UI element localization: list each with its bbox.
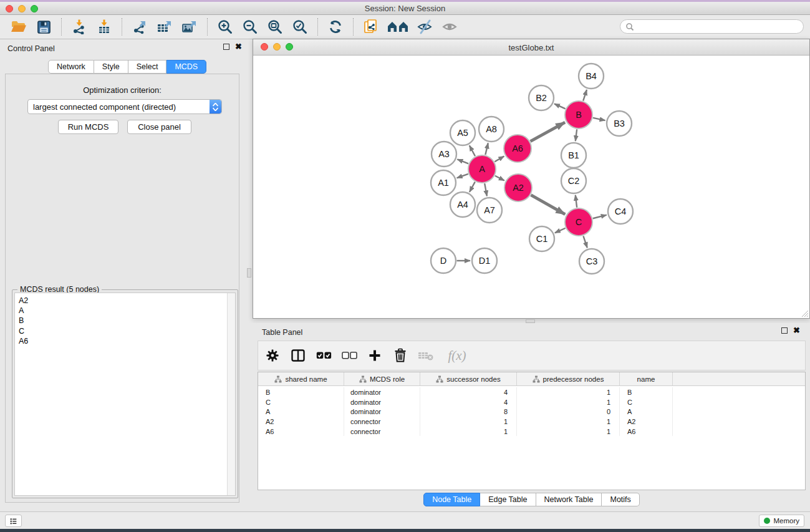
table-cell[interactable]: connector bbox=[344, 427, 420, 437]
select-all-icon[interactable] bbox=[316, 347, 332, 364]
table-settings-gear-icon[interactable] bbox=[264, 347, 281, 364]
table-cell[interactable]: 1 bbox=[517, 417, 620, 427]
network-canvas[interactable]: B4B2BB3A8A5A6A3B1AC2A1A2A4A7C4CC1C3DD1 bbox=[254, 56, 809, 318]
show-columns-icon[interactable] bbox=[290, 347, 306, 364]
list-scrollbar[interactable] bbox=[227, 293, 235, 495]
column-header-predecessor-nodes[interactable]: predecessor nodes bbox=[517, 372, 620, 385]
table-cell[interactable]: C bbox=[258, 397, 344, 407]
graph-edge[interactable] bbox=[531, 122, 566, 142]
zoom-out-icon[interactable] bbox=[238, 17, 263, 37]
tab-style[interactable]: Style bbox=[94, 60, 128, 74]
export-network-icon[interactable] bbox=[127, 17, 152, 37]
table-cell[interactable]: C bbox=[620, 397, 673, 407]
graph-edge[interactable] bbox=[470, 182, 475, 192]
save-session-icon[interactable] bbox=[31, 17, 56, 37]
refresh-icon[interactable] bbox=[323, 17, 348, 37]
graph-edge[interactable] bbox=[494, 157, 504, 162]
table-row[interactable]: Cdominator41C bbox=[258, 397, 805, 407]
graph-edge[interactable] bbox=[495, 176, 504, 181]
graph-edge[interactable] bbox=[485, 183, 487, 196]
open-file-icon[interactable] bbox=[6, 17, 31, 37]
hide-selected-icon[interactable] bbox=[412, 17, 437, 37]
table-cell[interactable]: 0 bbox=[517, 407, 620, 417]
tab-select[interactable]: Select bbox=[128, 60, 167, 74]
tab-node-table[interactable]: Node Table bbox=[423, 493, 480, 506]
export-image-icon[interactable] bbox=[177, 17, 202, 37]
tab-network[interactable]: Network bbox=[48, 60, 94, 74]
table-cell[interactable]: B bbox=[258, 387, 344, 397]
graph-edge[interactable] bbox=[457, 159, 468, 163]
table-cell[interactable]: dominator bbox=[344, 397, 420, 407]
first-neighbors-icon[interactable] bbox=[383, 17, 412, 37]
close-table-panel-icon[interactable]: ✖ bbox=[793, 327, 800, 334]
zoom-fit-icon[interactable] bbox=[263, 17, 287, 37]
table-cell[interactable]: A2 bbox=[258, 417, 344, 427]
table-cell[interactable]: A6 bbox=[620, 427, 673, 437]
add-column-icon[interactable] bbox=[367, 347, 383, 364]
table-cell[interactable]: 1 bbox=[420, 417, 517, 427]
graph-edge[interactable] bbox=[470, 145, 475, 156]
table-cell[interactable]: dominator bbox=[344, 387, 420, 397]
table-cell[interactable]: A6 bbox=[258, 427, 344, 437]
table-cell[interactable]: 4 bbox=[420, 387, 517, 397]
list-item[interactable]: A2 bbox=[19, 296, 227, 306]
tab-edge-table[interactable]: Edge Table bbox=[480, 493, 536, 506]
memory-button[interactable]: Memory bbox=[759, 515, 804, 527]
graph-edge[interactable] bbox=[555, 228, 566, 233]
export-table-icon[interactable] bbox=[152, 17, 177, 37]
table-cell[interactable]: 4 bbox=[420, 397, 517, 407]
table-cell[interactable]: connector bbox=[344, 417, 420, 427]
graph-edge[interactable] bbox=[593, 118, 605, 120]
table-cell[interactable]: dominator bbox=[344, 407, 420, 417]
table-cell[interactable]: A bbox=[620, 407, 673, 417]
run-mcds-button[interactable]: Run MCDS bbox=[58, 120, 118, 134]
table-cell[interactable]: A bbox=[258, 407, 344, 417]
table-row[interactable]: A2connector11A2 bbox=[258, 417, 805, 427]
table-cell[interactable]: 1 bbox=[517, 397, 620, 407]
network-graph[interactable]: B4B2BB3A8A5A6A3B1AC2A1A2A4A7C4CC1C3DD1 bbox=[254, 56, 809, 318]
import-network-icon[interactable] bbox=[67, 17, 92, 37]
table-cell[interactable]: 1 bbox=[420, 427, 517, 437]
graph-edge[interactable] bbox=[457, 174, 468, 178]
float-table-panel-icon[interactable] bbox=[781, 327, 788, 334]
table-row[interactable]: A6connector11A6 bbox=[258, 427, 805, 437]
close-panel-button[interactable]: Close panel bbox=[127, 120, 191, 134]
float-panel-icon[interactable] bbox=[223, 44, 229, 50]
dropdown-stepper-icon[interactable] bbox=[210, 100, 221, 114]
graph-edge[interactable] bbox=[583, 90, 587, 101]
table-cell[interactable]: 8 bbox=[420, 407, 517, 417]
search-field[interactable] bbox=[620, 19, 804, 34]
tab-network-table[interactable]: Network Table bbox=[536, 493, 602, 506]
graph-edge[interactable] bbox=[531, 195, 565, 215]
zoom-selected-icon[interactable] bbox=[287, 17, 312, 37]
delete-column-trash-icon[interactable] bbox=[392, 347, 408, 364]
list-item[interactable]: C bbox=[19, 326, 227, 336]
table-cell[interactable]: 1 bbox=[517, 427, 620, 437]
list-item[interactable]: A6 bbox=[19, 336, 227, 346]
new-network-from-selection-icon[interactable] bbox=[359, 17, 383, 37]
import-table-icon[interactable] bbox=[92, 17, 117, 37]
table-cell[interactable]: 1 bbox=[517, 387, 620, 397]
graph-edge[interactable] bbox=[576, 195, 577, 208]
tab-motifs[interactable]: Motifs bbox=[602, 493, 639, 506]
split-divider-handle[interactable] bbox=[247, 268, 251, 278]
zoom-in-icon[interactable] bbox=[213, 17, 238, 37]
column-header-name[interactable]: name bbox=[620, 372, 673, 385]
table-row[interactable]: Bdominator41B bbox=[258, 387, 805, 397]
close-panel-icon[interactable]: ✖ bbox=[235, 44, 242, 50]
graph-edge[interactable] bbox=[554, 104, 566, 109]
column-header-successor-nodes[interactable]: successor nodes bbox=[420, 372, 517, 385]
deselect-all-icon[interactable] bbox=[341, 347, 357, 364]
criterion-dropdown[interactable]: largest connected component (directed) bbox=[27, 99, 222, 114]
column-header-shared-name[interactable]: shared name bbox=[258, 372, 344, 385]
task-history-button[interactable] bbox=[5, 515, 22, 527]
graph-edge[interactable] bbox=[576, 129, 577, 141]
graph-edge[interactable] bbox=[583, 236, 587, 248]
graph-edge[interactable] bbox=[593, 215, 607, 219]
table-cell[interactable]: A2 bbox=[620, 417, 673, 427]
table-cell[interactable]: B bbox=[620, 387, 673, 397]
graph-edge[interactable] bbox=[485, 143, 488, 155]
column-header-mcds-role[interactable]: MCDS role bbox=[344, 372, 420, 385]
resize-grip-icon[interactable] bbox=[801, 309, 808, 317]
mcds-result-list[interactable]: A2 A B C A6 bbox=[14, 293, 236, 496]
